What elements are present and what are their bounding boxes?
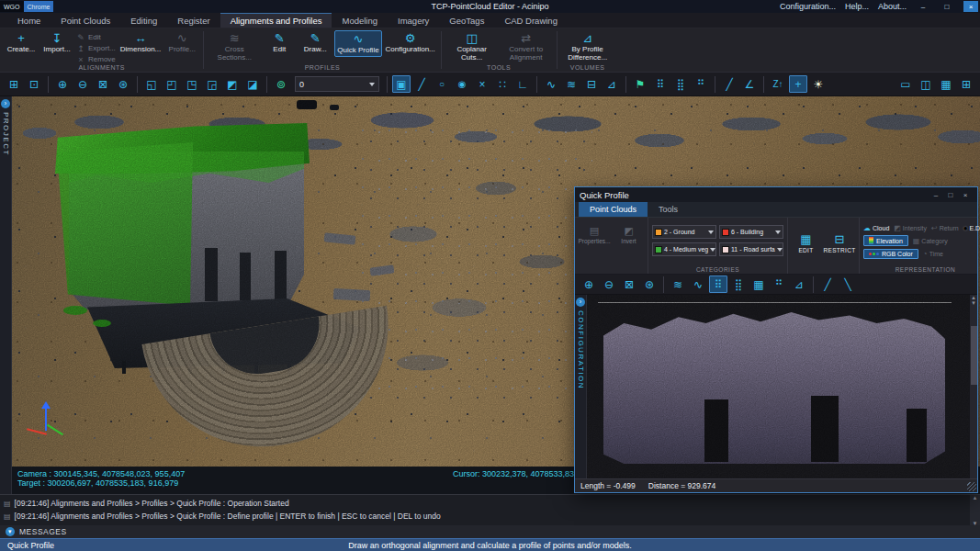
qp-points-icon[interactable]: ⣿ (729, 276, 748, 293)
profiles-configuration-button[interactable]: ⚙Configuration... (385, 30, 436, 55)
convert-to-alignment-button[interactable]: ⇄Convert to Alignment (501, 30, 552, 63)
profile-line-icon[interactable]: ∿ (542, 75, 560, 93)
tab-modeling[interactable]: Modeling (332, 13, 388, 28)
representation-intensity-toggle[interactable]: ◩Intensity (894, 224, 927, 232)
project-panel-tab[interactable]: › PROJECT (0, 96, 12, 494)
qp-profile-band-icon[interactable]: ≋ (669, 276, 687, 293)
coplanar-cuts-button[interactable]: ◫Coplanar Cuts... (446, 30, 498, 63)
tab-cad-drawing[interactable]: CAD Drawing (494, 13, 568, 28)
point-cloud-display-icon[interactable]: ▣ (392, 75, 411, 93)
section-plane-icon[interactable]: ⊿ (603, 75, 621, 93)
configuration-menu-item[interactable]: Configuration... (780, 2, 836, 11)
category-select-road-surface[interactable]: 11 - Road surfa (719, 242, 783, 256)
tab-home[interactable]: Home (7, 13, 51, 28)
remove-alignment-button[interactable]: ×Remove (76, 54, 116, 64)
qp-vertex-icon[interactable]: ⠛ (770, 276, 788, 293)
volume-by-profile-difference-button[interactable]: ⊿By Profile Difference... (562, 30, 614, 63)
tab-imagery[interactable]: Imagery (388, 13, 439, 28)
tab-editing[interactable]: Editing (120, 13, 167, 28)
cross-sections-button[interactable]: ≋Cross Sections... (208, 30, 260, 63)
view-iso-icon[interactable]: ◩ (223, 75, 242, 93)
representation-rgb-color-button[interactable]: RGB Color (863, 249, 918, 259)
edit-categories-button[interactable]: ▦EDIT (792, 232, 820, 253)
zoom-extents-icon[interactable]: ⊛ (114, 75, 132, 93)
create-alignment-button[interactable]: +Create... (5, 30, 38, 55)
export-alignment-button[interactable]: ↥Export... (76, 43, 116, 53)
tab-point-clouds[interactable]: Point Clouds (51, 13, 120, 28)
draw-polyline-icon[interactable]: ╱ (412, 75, 431, 93)
grid-dense-icon[interactable]: ⣿ (671, 75, 690, 93)
grid-dots-icon[interactable]: ⠿ (651, 75, 670, 93)
measure-angle-icon[interactable]: ∠ (740, 75, 759, 93)
edit-profile-button[interactable]: ✎Edit (263, 30, 296, 55)
single-view-icon[interactable]: ▭ (896, 75, 915, 93)
qp-close-button[interactable]: × (958, 188, 973, 201)
category-select-medium-veg[interactable]: 4 - Medium veg (652, 242, 716, 256)
section-box-icon[interactable]: ⊟ (582, 75, 601, 93)
maximize-button[interactable]: □ (940, 1, 954, 12)
qp-minimize-button[interactable]: – (929, 188, 943, 201)
qp-zoom-window-icon[interactable]: ⊠ (620, 276, 638, 293)
expand-panel-icon[interactable]: › (576, 298, 585, 307)
qp-snap-icon[interactable]: ╲ (839, 276, 857, 293)
qp-chart-icon[interactable]: ⊿ (790, 276, 808, 293)
close-button[interactable]: × (963, 1, 978, 12)
grid-sparse-icon[interactable]: ⠛ (692, 75, 710, 93)
lighting-icon[interactable]: ☀ (809, 75, 828, 93)
dimension-button[interactable]: ↔Dimension... (118, 30, 163, 55)
qp-grid-icon[interactable]: ⠿ (709, 276, 727, 293)
tab-alignments-and-profiles[interactable]: Alignments and Profiles (220, 13, 332, 28)
view-back-icon[interactable]: ◲ (203, 75, 221, 93)
snap-intersection-icon[interactable]: × (473, 75, 491, 93)
view-front-icon[interactable]: ◰ (163, 75, 181, 93)
view-side-icon[interactable]: ◳ (183, 75, 201, 93)
ortho-mode-icon[interactable]: ∟ (513, 75, 532, 93)
qp-measure-icon[interactable]: ╱ (818, 276, 837, 293)
zoom-out-icon[interactable]: ⊖ (73, 75, 92, 93)
crosshair-icon[interactable]: + (789, 75, 807, 93)
profile-vertical-scrollbar[interactable]: ▲ ▼ (969, 295, 977, 478)
zoom-window-icon[interactable]: ⊠ (94, 75, 112, 93)
cross-section-icon[interactable]: ≋ (562, 75, 580, 93)
zoom-in-icon[interactable]: ⊕ (53, 75, 72, 93)
qp-zoom-out-icon[interactable]: ⊖ (600, 276, 618, 293)
scroll-up-icon[interactable]: ▲ (973, 495, 978, 500)
import-alignment-button[interactable]: ↧Import... (40, 30, 73, 55)
representation-time-toggle[interactable]: ◔Time (923, 250, 943, 258)
tab-geotags[interactable]: GeoTags (439, 13, 494, 28)
help-menu-item[interactable]: Help... (845, 2, 869, 11)
about-menu-item[interactable]: About... (878, 2, 907, 11)
resize-grip[interactable] (967, 482, 976, 491)
category-select-building[interactable]: 6 - Building (719, 225, 783, 239)
scroll-thumb[interactable] (971, 326, 977, 385)
draw-profile-button[interactable]: ✎Draw... (299, 30, 332, 55)
dual-view-icon[interactable]: ◫ (917, 75, 935, 93)
tab-register[interactable]: Register (167, 13, 220, 28)
snap-grid-icon[interactable]: ∷ (493, 75, 512, 93)
properties-button[interactable]: ▤Properties... (579, 225, 610, 244)
profile-viewport[interactable] (587, 295, 969, 478)
category-select-ground[interactable]: 2 - Ground (652, 225, 716, 239)
representation-return-toggle[interactable]: ↩Return (931, 224, 959, 232)
feature-flag-icon[interactable]: ⚑ (631, 75, 649, 93)
expand-panel-icon[interactable]: › (1, 99, 10, 108)
qp-zoom-in-icon[interactable]: ⊕ (580, 276, 598, 293)
view-top-icon[interactable]: ◱ (142, 75, 161, 93)
grid-view-icon[interactable]: ▦ (937, 75, 955, 93)
qp-tab-point-clouds[interactable]: Point Clouds (579, 202, 648, 217)
scroll-down-icon[interactable]: ▼ (971, 300, 976, 306)
georeference-globe-icon[interactable]: ⊚ (272, 75, 290, 93)
quad-view-icon[interactable]: ⊞ (957, 75, 975, 93)
representation-edl-toggle[interactable]: ●E.D.L. (963, 224, 980, 232)
qp-zoom-extents-icon[interactable]: ⊛ (640, 276, 659, 293)
snap-node-icon[interactable]: ○ (433, 75, 451, 93)
invert-button[interactable]: ◩Invert (614, 225, 644, 244)
messages-toggle[interactable]: ▾ MESSAGES (0, 525, 980, 538)
configuration-panel-tab[interactable]: › CONFIGURATION (575, 295, 587, 478)
snap-center-icon[interactable]: ◉ (453, 75, 471, 93)
z-axis-icon[interactable]: Z↑ (769, 75, 787, 93)
quick-profile-button[interactable]: ∿Quick Profile (334, 30, 381, 57)
qp-maximize-button[interactable]: □ (943, 188, 958, 201)
minimize-button[interactable]: – (916, 1, 930, 12)
quick-profile-titlebar[interactable]: Quick Profile – □ × (575, 187, 977, 202)
